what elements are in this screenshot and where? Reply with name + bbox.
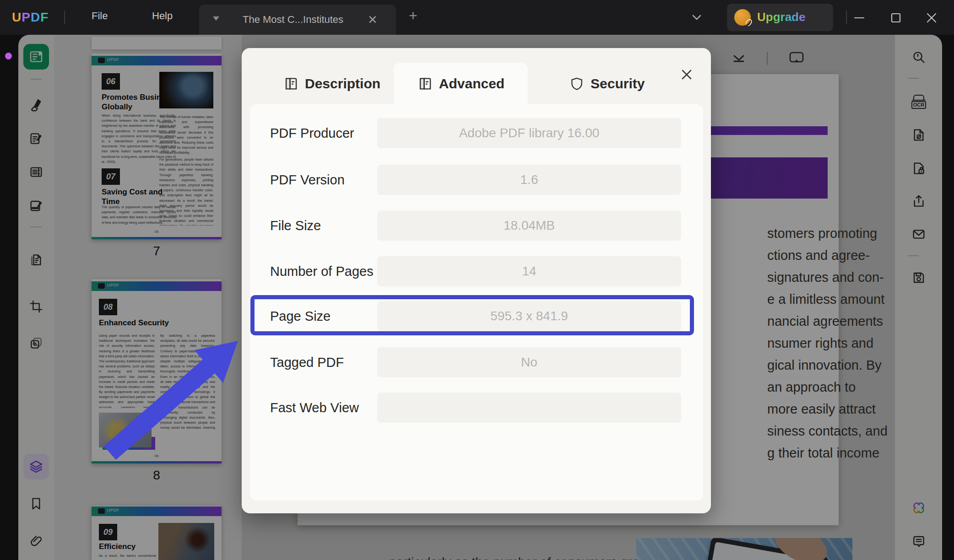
- upgrade-label: Upgrade: [757, 10, 805, 24]
- rocket-glyph: [744, 18, 753, 27]
- logo-letter: U: [12, 10, 22, 24]
- field-label: Tagged PDF: [270, 347, 344, 377]
- field-label: Fast Web View: [270, 393, 359, 423]
- field-row-file-size: File Size 18.04MB: [242, 210, 711, 241]
- updf-logo: UPDF: [12, 10, 49, 25]
- annotation-arrow: [82, 320, 256, 471]
- field-row-tagged-pdf: Tagged PDF No: [242, 347, 711, 377]
- field-row-page-size: Page Size 595.3 x 841.9: [242, 301, 711, 331]
- app-window: stomers promoting ctions and agree- sign…: [0, 0, 954, 560]
- tab-close-icon[interactable]: ✕: [368, 13, 378, 27]
- maximize-button[interactable]: [889, 11, 903, 25]
- field-label: Page Size: [270, 301, 331, 331]
- document-tab[interactable]: The Most C...Institutes ✕: [199, 5, 396, 35]
- logo-letter: P: [22, 10, 31, 24]
- title-bar: UPDF File Help The Most C...Institutes ✕…: [0, 0, 954, 35]
- minimize-button[interactable]: [852, 11, 866, 25]
- tab-advanced[interactable]: Advanced: [394, 63, 528, 104]
- field-label: PDF Version: [270, 165, 345, 195]
- tab-label: Advanced: [439, 76, 504, 92]
- field-value-box: 14: [377, 256, 681, 286]
- field-row-number-of-pages: Number of Pages 14: [242, 256, 711, 286]
- field-value-box: Adobe PDF library 16.00: [377, 118, 681, 148]
- field-value: Adobe PDF library 16.00: [459, 126, 600, 140]
- field-label: Number of Pages: [270, 256, 374, 286]
- menu-help[interactable]: Help: [152, 10, 173, 22]
- menu-file[interactable]: File: [92, 10, 108, 22]
- field-value-box: 595.3 x 841.9: [377, 301, 681, 331]
- field-label: File Size: [270, 210, 321, 241]
- tab-security[interactable]: Security: [558, 63, 656, 104]
- titlebar-divider: [64, 11, 65, 24]
- rocket-icon: [734, 9, 751, 26]
- field-value: 1.6: [520, 172, 538, 187]
- field-value-box: No: [377, 347, 681, 377]
- titlebar-divider: [846, 11, 847, 24]
- field-value: 18.04MB: [504, 218, 555, 232]
- tab-label: Description: [305, 76, 380, 92]
- tab-label: Security: [591, 76, 645, 92]
- field-value-box: 1.6: [377, 165, 681, 195]
- tab-dropdown-caret[interactable]: [213, 16, 219, 21]
- field-value-box: [377, 393, 681, 423]
- notification-dot: [5, 53, 12, 59]
- tab-title: The Most C...Institutes: [243, 14, 343, 26]
- tab-description[interactable]: Description: [271, 63, 392, 104]
- new-tab-icon[interactable]: +: [409, 7, 417, 24]
- document-properties-dialog: Description Advanced Security PDF Produc…: [242, 48, 711, 513]
- field-value: 14: [522, 264, 536, 278]
- tabs-chevron-icon[interactable]: [689, 10, 704, 27]
- field-row-fast-web-view: Fast Web View: [242, 393, 711, 423]
- field-row-pdf-producer: PDF Producer Adobe PDF library 16.00: [242, 118, 711, 148]
- logo-letter: F: [40, 10, 49, 24]
- close-dialog-button[interactable]: [678, 65, 696, 84]
- logo-letter: D: [31, 10, 40, 24]
- upgrade-button[interactable]: Upgrade: [727, 4, 833, 31]
- field-row-pdf-version: PDF Version 1.6: [242, 165, 711, 195]
- field-value: No: [521, 355, 537, 369]
- field-value: 595.3 x 841.9: [490, 309, 568, 323]
- field-label: PDF Producer: [270, 118, 354, 148]
- close-window-button[interactable]: [925, 11, 938, 25]
- field-value-box: 18.04MB: [377, 210, 681, 241]
